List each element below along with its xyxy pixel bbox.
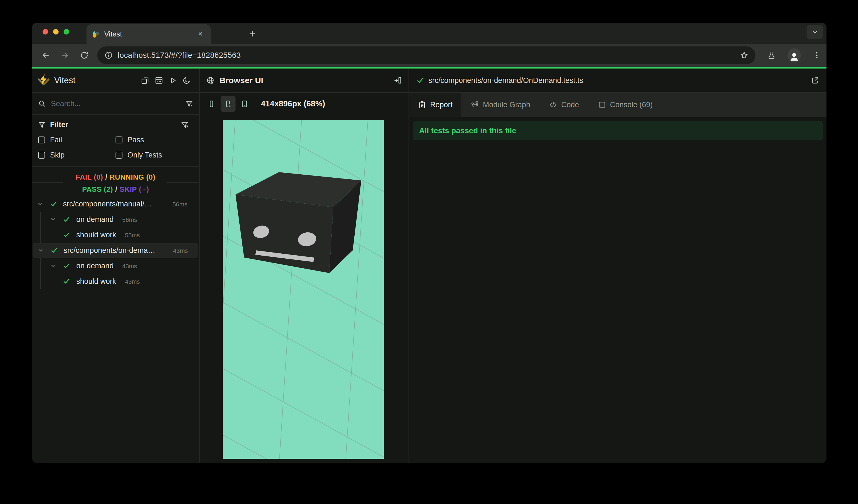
tab-search-button[interactable] (807, 25, 823, 39)
test-file-row-selected[interactable]: src/components/on-dema… 43ms (33, 243, 198, 258)
run-all-play-icon[interactable] (169, 76, 177, 84)
dock-panel-icon[interactable] (394, 76, 402, 84)
duration-label: 55ms (125, 232, 140, 239)
tab-close-icon[interactable]: × (196, 29, 205, 39)
tab-module-graph[interactable]: Module Graph (461, 93, 540, 117)
test-file-row[interactable]: src/components/manual/… 56ms (32, 196, 199, 212)
test-case-row[interactable]: should work 43ms (32, 274, 199, 289)
browser-tab[interactable]: Vitest × (86, 24, 211, 44)
site-info-icon[interactable] (105, 51, 113, 60)
code-icon (549, 101, 557, 109)
funnel-icon (38, 121, 46, 129)
test-file-path: src/components/on-demand/OnDemand.test.t… (428, 76, 583, 85)
test-suite-row[interactable]: on demand 43ms (32, 258, 199, 274)
app-content: Vitest (32, 68, 826, 463)
globe-icon (206, 76, 214, 84)
browser-toolbar: localhost:5173/#/?file=1828625563 (32, 44, 826, 67)
reload-button[interactable] (78, 49, 91, 62)
pass-check-icon (63, 262, 70, 270)
new-tab-button[interactable]: + (246, 28, 258, 40)
duration-label: 43ms (125, 278, 140, 286)
module-graph-icon (471, 101, 479, 109)
bookmark-star-icon[interactable] (740, 51, 748, 60)
pass-check-icon (416, 77, 424, 84)
clipboard-icon (418, 101, 426, 109)
vite-favicon-icon (92, 30, 100, 38)
device-toolbar: 414x896px (68%) (200, 93, 409, 115)
tab-strip: Vitest × + (32, 23, 826, 44)
pass-check-icon (63, 278, 70, 285)
back-button[interactable] (39, 49, 52, 62)
profile-avatar[interactable] (788, 49, 801, 62)
checkbox[interactable] (115, 152, 123, 159)
close-window-button[interactable] (43, 29, 48, 34)
browser-ui-title: Browser UI (220, 76, 263, 85)
device-preset-small-button[interactable] (204, 96, 219, 112)
device-preset-tablet-button[interactable] (237, 96, 252, 112)
browser-window: Vitest × + localhost:5173/#/?file=182862… (32, 23, 826, 463)
report-dashboard-icon[interactable] (155, 76, 163, 84)
clear-search-filter-icon[interactable] (185, 100, 193, 108)
checkbox[interactable] (38, 152, 45, 159)
browser-ui-pane: Browser UI 414x896px (68%) (200, 68, 409, 463)
test-suite-row[interactable]: on demand 56ms (32, 212, 199, 227)
app-title: Vitest (54, 76, 76, 85)
viewport-area (200, 115, 409, 463)
vitest-logo-icon (36, 74, 51, 87)
pass-check-icon (63, 216, 70, 223)
tab-title: Vitest (104, 30, 122, 38)
duration-label: 43ms (173, 247, 188, 255)
clear-filters-icon[interactable] (181, 121, 193, 129)
pass-check-icon (51, 247, 58, 254)
pass-check-icon (63, 231, 70, 239)
tab-report[interactable]: Report (409, 93, 461, 117)
minimize-window-button[interactable] (53, 29, 59, 34)
filter-checkbox-only-tests[interactable]: Only Tests (115, 151, 193, 159)
tab-console[interactable]: Console (69) (588, 93, 662, 117)
traffic-lights (43, 29, 69, 34)
filter-title: Filter (50, 120, 68, 129)
report-pane: src/components/on-demand/OnDemand.test.t… (409, 68, 826, 463)
report-header: src/components/on-demand/OnDemand.test.t… (409, 68, 826, 93)
threejs-robot-scene (223, 120, 384, 459)
report-tabs: Report Module Graph Code Console (69) (409, 93, 826, 117)
forward-button[interactable] (59, 49, 71, 62)
zoom-window-button[interactable] (64, 29, 69, 34)
browser-ui-header: Browser UI (200, 68, 409, 93)
chevron-down-icon[interactable] (36, 200, 44, 208)
checkbox[interactable] (115, 136, 123, 143)
test-iframe[interactable] (223, 120, 384, 459)
dashboard-windows-icon[interactable] (141, 76, 149, 84)
tab-code[interactable]: Code (540, 93, 588, 117)
pass-count: PASS (2) (82, 185, 113, 193)
fail-count: FAIL (0) (76, 173, 103, 181)
running-count: RUNNING (0) (109, 173, 155, 181)
chevron-down-icon[interactable] (49, 216, 57, 223)
browser-menu-icon[interactable] (810, 49, 824, 62)
sidebar-header: Vitest (32, 68, 199, 93)
filter-checkbox-fail[interactable]: Fail (38, 136, 115, 144)
duration-label: 43ms (122, 263, 137, 270)
experiments-flask-icon[interactable] (765, 49, 778, 62)
sidebar: Vitest (32, 68, 200, 463)
pass-check-icon (50, 200, 57, 208)
duration-label: 56ms (173, 201, 187, 208)
address-bar[interactable]: localhost:5173/#/?file=1828625563 (97, 46, 756, 64)
search-row (32, 93, 199, 115)
dark-mode-moon-icon[interactable] (182, 76, 191, 84)
all-tests-passed-banner: All tests passed in this file (413, 121, 823, 140)
device-preset-phone-plus-button[interactable] (221, 96, 236, 112)
test-stats: FAIL (0)/RUNNING (0) PASS (2)/SKIP (--) (32, 166, 199, 196)
skip-count: SKIP (--) (120, 185, 149, 193)
test-tree: src/components/manual/… 56ms on demand 5… (32, 196, 199, 463)
test-case-row[interactable]: should work 55ms (32, 227, 199, 243)
filter-checkbox-skip[interactable]: Skip (38, 151, 115, 159)
chevron-down-icon[interactable] (37, 247, 44, 254)
search-input[interactable] (51, 99, 185, 108)
chevron-down-icon[interactable] (49, 262, 57, 270)
filter-checkbox-pass[interactable]: Pass (115, 136, 193, 144)
duration-label: 56ms (122, 216, 137, 224)
open-in-editor-icon[interactable] (811, 76, 819, 84)
checkbox[interactable] (38, 136, 45, 143)
url-text: localhost:5173/#/?file=1828625563 (118, 51, 241, 60)
